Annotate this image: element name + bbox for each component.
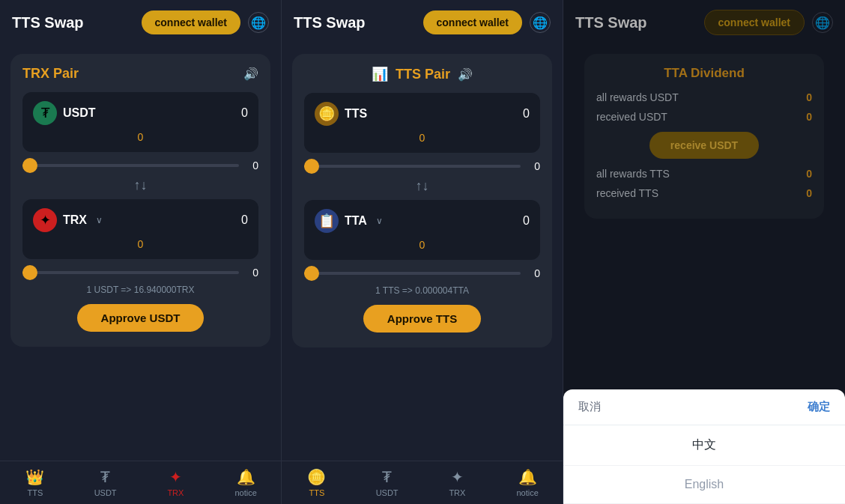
tts-rate: 1 TTS => 0.000004TTA — [304, 285, 540, 296]
trx-card-title-row: TRX Pair 🔊 — [22, 66, 258, 82]
usdt-token-box: ₮ USDT 0 0 — [22, 92, 258, 152]
chart-icon-tts[interactable]: 📊 — [372, 66, 388, 82]
lang-overlay[interactable]: 取消 确定 中文 English — [563, 0, 845, 504]
nav-tts-label-panel2: TTS — [309, 488, 324, 497]
usdt-slider-thumb[interactable] — [22, 158, 37, 173]
nav-trx-trx[interactable]: ✦ TRX — [141, 461, 211, 504]
nav-usdt-icon-panel2: ₮ — [382, 468, 392, 486]
nav-notice-label-panel2: notice — [516, 488, 538, 497]
tta-name: TTA — [345, 214, 367, 228]
connect-wallet-btn-trx[interactable]: connect wallet — [142, 10, 240, 34]
trx-rate: 1 USDT => 16.940000TRX — [22, 285, 258, 295]
lang-confirm-btn[interactable]: 确定 — [808, 400, 830, 414]
lang-option-english[interactable]: English — [563, 466, 845, 504]
trx-slider-thumb[interactable] — [22, 265, 37, 280]
usdt-icon: ₮ — [33, 101, 57, 125]
header-right-tts: connect wallet 🌐 — [423, 10, 551, 34]
nav-usdt-trx[interactable]: ₮ USDT — [70, 461, 141, 504]
nav-trx-icon-trx: ✦ — [169, 468, 182, 486]
usdt-name: USDT — [63, 106, 96, 120]
tts-name: TTS — [345, 107, 367, 121]
nav-notice-panel2[interactable]: 🔔 notice — [492, 461, 563, 504]
globe-icon-tts[interactable]: 🌐 — [530, 12, 551, 33]
logo-trx: TTS Swap — [12, 14, 84, 31]
lang-cancel-btn[interactable]: 取消 — [578, 400, 601, 414]
nav-tts-icon-panel2: 🪙 — [307, 468, 326, 486]
trx-value: 0 — [33, 238, 248, 250]
trx-dropdown-arrow[interactable]: ∨ — [96, 215, 103, 225]
swap-arrows-tts[interactable]: ↑↓ — [304, 178, 540, 194]
nav-tts-trx[interactable]: 👑 TTS — [0, 461, 70, 504]
nav-notice-label-trx: notice — [234, 488, 256, 497]
nav-usdt-label-trx: USDT — [94, 488, 117, 497]
tts-card-title-row: 📊 TTS Pair 🔊 — [304, 66, 540, 82]
header-tts: TTS Swap connect wallet 🌐 — [282, 0, 563, 45]
header-right-trx: connect wallet 🌐 — [142, 10, 269, 34]
tts-token-row: 🪙 TTS 0 — [315, 102, 530, 126]
tts-token-box: 🪙 TTS 0 0 — [304, 93, 540, 153]
nav-usdt-icon-trx: ₮ — [100, 468, 110, 486]
usdt-token-left: ₮ USDT — [33, 101, 96, 125]
nav-trx-label-panel2: TRX — [449, 488, 465, 497]
tts-slider-track[interactable] — [304, 165, 521, 168]
sound-icon-tts[interactable]: 🔊 — [458, 67, 473, 82]
trx-swap-card: TRX Pair 🔊 ₮ USDT 0 0 — [10, 54, 270, 347]
content-trx: TRX Pair 🔊 ₮ USDT 0 0 — [0, 45, 281, 461]
tts-slider-value: 0 — [528, 160, 540, 172]
tts-token-left: 🪙 TTS — [315, 102, 367, 126]
tta-slider-thumb[interactable] — [304, 266, 319, 281]
tts-slider-row: 0 — [304, 160, 540, 172]
nav-tts-panel2[interactable]: 🪙 TTS — [282, 461, 352, 504]
trx-slider-row: 0 — [22, 267, 258, 279]
tta-slider-value: 0 — [528, 267, 540, 279]
tts-card-title: TTS Pair — [396, 67, 450, 82]
trx-icon: ✦ — [33, 208, 57, 232]
trx-slider-value: 0 — [246, 267, 258, 279]
approve-usdt-btn[interactable]: Approve USDT — [77, 304, 205, 332]
approve-tts-btn[interactable]: Approve TTS — [363, 305, 481, 333]
panel-trx: TTS Swap connect wallet 🌐 TRX Pair 🔊 ₮ U… — [0, 0, 282, 504]
nav-trx-label-trx: TRX — [167, 488, 184, 497]
trx-token-box: ✦ TRX ∨ 0 0 — [22, 199, 258, 259]
sound-icon-trx[interactable]: 🔊 — [243, 67, 258, 81]
tta-dropdown-arrow[interactable]: ∨ — [376, 216, 383, 226]
nav-usdt-panel2[interactable]: ₮ USDT — [352, 461, 422, 504]
trx-token-row: ✦ TRX ∨ 0 — [33, 208, 248, 232]
tta-token-box: 📋 TTA ∨ 0 0 — [304, 200, 540, 260]
trx-name: TRX — [63, 213, 87, 227]
logo-tts: TTS Swap — [294, 14, 366, 31]
lang-modal: 取消 确定 中文 English — [563, 389, 845, 504]
trx-token-left: ✦ TRX ∨ — [33, 208, 103, 232]
globe-icon-trx[interactable]: 🌐 — [248, 12, 269, 33]
tta-value: 0 — [315, 239, 530, 251]
tta-amount[interactable]: 0 — [523, 214, 530, 228]
tts-value: 0 — [315, 132, 530, 144]
nav-notice-icon-panel2: 🔔 — [518, 468, 537, 486]
nav-trx-panel2[interactable]: ✦ TRX — [422, 461, 493, 504]
tta-token-left: 📋 TTA ∨ — [315, 209, 383, 233]
usdt-amount[interactable]: 0 — [241, 106, 248, 120]
nav-notice-trx[interactable]: 🔔 notice — [211, 461, 281, 504]
tts-amount[interactable]: 0 — [523, 107, 530, 121]
tta-token-row: 📋 TTA ∨ 0 — [315, 209, 530, 233]
swap-arrows-trx[interactable]: ↑↓ — [22, 177, 258, 193]
usdt-slider-row: 0 — [22, 160, 258, 171]
tta-slider-row: 0 — [304, 267, 540, 279]
trx-card-title: TRX Pair — [22, 66, 79, 82]
lang-option-chinese[interactable]: 中文 — [563, 425, 845, 466]
connect-wallet-btn-tts[interactable]: connect wallet — [423, 10, 522, 34]
nav-notice-icon-trx: 🔔 — [237, 468, 255, 486]
trx-amount[interactable]: 0 — [241, 213, 248, 227]
nav-tts-label-trx: TTS — [27, 488, 43, 497]
nav-tts-icon-trx: 👑 — [25, 468, 44, 486]
tts-swap-card: 📊 TTS Pair 🔊 🪙 TTS 0 0 — [292, 54, 552, 347]
usdt-slider-value: 0 — [246, 160, 258, 171]
usdt-slider-track[interactable] — [22, 164, 239, 167]
panel-tts: TTS Swap connect wallet 🌐 📊 TTS Pair 🔊 🪙… — [282, 0, 563, 504]
trx-slider-track[interactable] — [22, 271, 239, 274]
nav-trx-icon-panel2: ✦ — [451, 468, 464, 486]
lang-header: 取消 确定 — [563, 389, 845, 425]
tta-slider-track[interactable] — [304, 272, 521, 275]
content-tts: 📊 TTS Pair 🔊 🪙 TTS 0 0 — [282, 45, 563, 461]
tts-slider-thumb[interactable] — [304, 159, 319, 174]
